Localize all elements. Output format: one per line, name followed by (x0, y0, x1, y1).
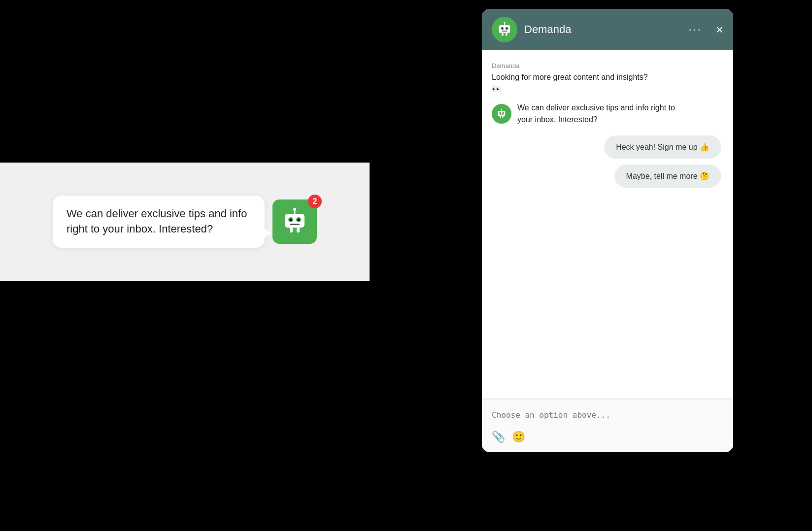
svg-rect-9 (297, 228, 300, 232)
msg-bot-avatar (492, 104, 511, 124)
svg-point-3 (290, 219, 292, 221)
svg-point-27 (501, 109, 502, 110)
message-item-1: Demanda Looking for more great content a… (492, 62, 723, 95)
svg-rect-0 (285, 214, 304, 228)
message-text-2: We can deliver exclusive tips and info r… (517, 102, 685, 126)
svg-rect-8 (290, 228, 293, 232)
svg-rect-10 (499, 25, 510, 33)
notification-badge: 2 (308, 195, 322, 208)
response-btn-1[interactable]: Heck yeah! Sign me up 👍 (604, 135, 721, 159)
chat-bubble-preview: We can deliver exclusive tips and info r… (53, 196, 317, 248)
svg-point-4 (298, 219, 300, 221)
chat-header-name: Demanda (524, 23, 677, 36)
msg-robot-icon (496, 108, 507, 119)
header-bot-avatar (492, 17, 517, 42)
svg-rect-28 (500, 116, 501, 118)
chat-messages-area: Demanda Looking for more great content a… (482, 50, 733, 398)
header-robot-icon (496, 21, 513, 38)
chat-preview-area: We can deliver exclusive tips and info r… (0, 163, 370, 281)
svg-rect-15 (502, 31, 507, 32)
svg-point-24 (503, 113, 504, 114)
svg-point-23 (500, 113, 501, 114)
svg-rect-29 (502, 116, 503, 118)
attach-icon[interactable]: 📎 (492, 431, 505, 443)
preview-bot-avatar: 2 (272, 199, 317, 244)
chat-header: Demanda ··· × (482, 9, 733, 50)
chat-input-icons: 📎 🙂 (482, 427, 733, 452)
message-item-2: We can deliver exclusive tips and info r… (492, 102, 723, 126)
chat-window: Demanda ··· × Demanda Looking for more g… (482, 9, 733, 452)
response-options: Heck yeah! Sign me up 👍 Maybe, tell me m… (492, 135, 723, 188)
preview-bubble: We can deliver exclusive tips and info r… (53, 196, 265, 248)
message-text-1: Looking for more great content and insig… (492, 71, 659, 95)
svg-point-14 (506, 28, 508, 29)
svg-rect-18 (502, 33, 503, 36)
svg-rect-20 (498, 111, 506, 116)
left-panel: We can deliver exclusive tips and info r… (0, 0, 370, 531)
chat-options-button[interactable]: ··· (684, 21, 706, 38)
chat-close-button[interactable]: × (716, 23, 723, 36)
svg-point-17 (504, 22, 505, 23)
svg-point-13 (502, 28, 503, 29)
sender-name-1: Demanda (492, 62, 723, 69)
emoji-icon[interactable]: 🙂 (512, 431, 525, 443)
chat-input-area: 📎 🙂 (482, 399, 733, 452)
svg-point-7 (293, 208, 296, 211)
svg-rect-19 (506, 33, 507, 36)
preview-bubble-text: We can deliver exclusive tips and info r… (67, 207, 247, 235)
svg-rect-5 (290, 224, 300, 225)
chat-input-field[interactable] (482, 399, 733, 425)
preview-robot-icon (280, 207, 309, 236)
svg-rect-25 (500, 114, 503, 115)
response-btn-2[interactable]: Maybe, tell me more 🤔 (614, 165, 721, 188)
